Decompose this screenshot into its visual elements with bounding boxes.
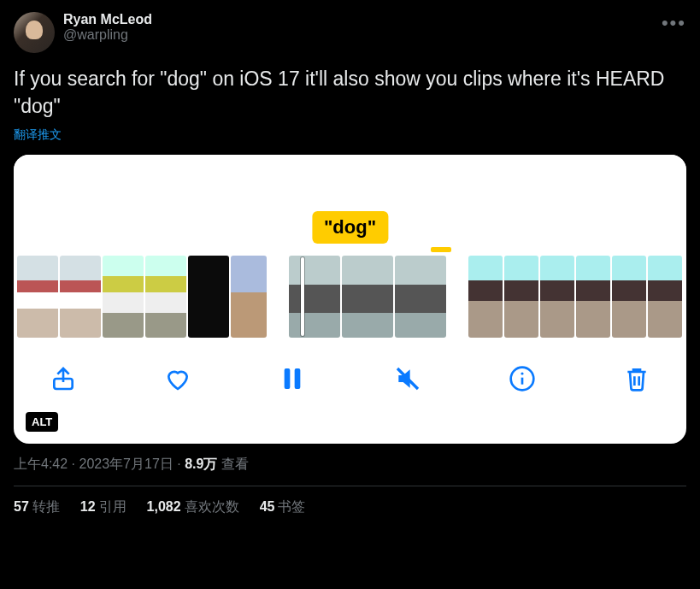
video-frame <box>395 256 446 338</box>
video-frame <box>612 256 646 338</box>
video-timeline[interactable] <box>14 256 686 338</box>
clip-group[interactable] <box>17 256 267 338</box>
info-icon[interactable] <box>509 365 536 392</box>
views-count: 8.9万 <box>185 456 217 471</box>
trash-icon[interactable] <box>623 365 650 392</box>
quotes-stat[interactable]: 12引用 <box>80 498 126 516</box>
media-top-area: "dog" <box>14 155 686 256</box>
alt-badge[interactable]: ALT <box>26 412 58 432</box>
timeline-marker <box>431 247 451 252</box>
more-menu-icon[interactable]: ••• <box>659 12 686 29</box>
tweet-time[interactable]: 上午4:42 <box>14 456 68 471</box>
clip-group[interactable] <box>289 256 446 338</box>
video-frame <box>342 256 393 338</box>
video-frame <box>60 256 101 338</box>
translate-link[interactable]: 翻译推文 <box>14 127 62 143</box>
retweets-stat[interactable]: 57转推 <box>14 498 60 516</box>
tweet-stats: 57转推 12引用 1,082喜欢次数 45书签 <box>14 498 686 516</box>
speaker-muted-icon[interactable] <box>394 365 421 392</box>
bookmarks-stat[interactable]: 45书签 <box>260 498 306 516</box>
video-frame <box>17 256 58 338</box>
author-display-name[interactable]: Ryan McLeod <box>63 12 650 27</box>
media-card[interactable]: "dog" <box>14 155 686 444</box>
video-frame <box>103 256 144 338</box>
tweet-date[interactable]: 2023年7月17日 <box>79 456 173 471</box>
share-icon[interactable] <box>50 365 77 392</box>
author-handle[interactable]: @warpling <box>63 27 650 43</box>
likes-stat[interactable]: 1,082喜欢次数 <box>147 498 239 516</box>
heart-icon[interactable] <box>164 365 191 392</box>
divider <box>14 486 686 486</box>
video-frame <box>231 256 267 338</box>
video-frame <box>289 256 340 338</box>
pause-icon[interactable] <box>279 365 306 392</box>
svg-rect-1 <box>285 368 291 389</box>
tweet-text: If you search for "dog" on iOS 17 it'll … <box>14 65 686 120</box>
media-toolbar <box>14 338 686 420</box>
video-frame <box>188 256 229 338</box>
clip-group[interactable] <box>468 256 682 338</box>
svg-rect-2 <box>295 368 301 389</box>
avatar[interactable] <box>14 12 55 53</box>
tweet-meta: 上午4:42 · 2023年7月17日 · 8.9万 查看 <box>14 456 686 474</box>
video-frame <box>648 256 682 338</box>
svg-point-6 <box>521 372 523 374</box>
video-frame <box>145 256 186 338</box>
video-frame <box>540 256 574 338</box>
tweet-header: Ryan McLeod @warpling ••• <box>14 12 686 53</box>
author-block: Ryan McLeod @warpling <box>63 12 650 43</box>
video-frame <box>468 256 503 338</box>
playhead[interactable] <box>301 257 304 336</box>
video-frame <box>576 256 610 338</box>
video-frame <box>504 256 538 338</box>
views-label: 查看 <box>221 456 249 471</box>
search-term-chip: "dog" <box>312 211 388 244</box>
